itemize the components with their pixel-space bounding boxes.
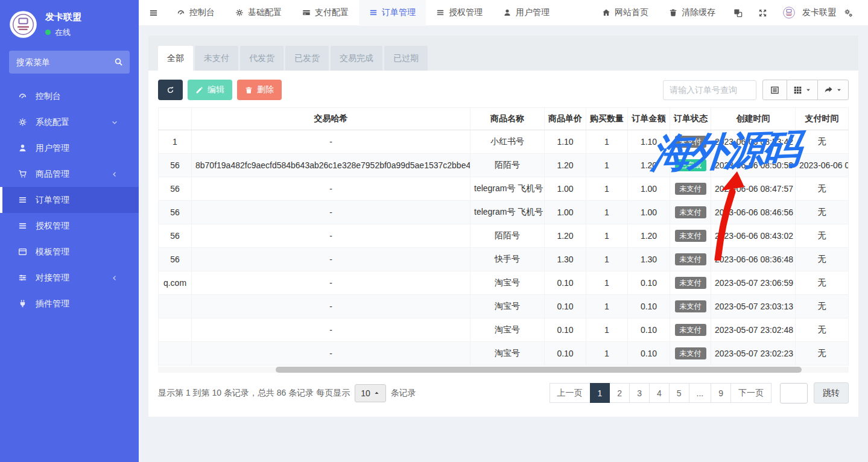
- table-row[interactable]: 56 - telegram号 飞机号 1.00 1 1.00 未支付 2023-…: [159, 177, 849, 201]
- page-number-button[interactable]: ...: [689, 383, 712, 403]
- page-number-button[interactable]: 2: [609, 383, 630, 403]
- table-row[interactable]: 56 - telegram号 飞机号 1.00 1 1.00 未支付 2023-…: [159, 201, 849, 224]
- table-row[interactable]: 56 - 陌陌号 1.20 1 1.20 未支付 2023-06-06 08:4…: [159, 224, 849, 248]
- order-no-cell: 56: [159, 224, 192, 248]
- created-time-cell: 2023-05-07 23:02:23: [711, 342, 796, 365]
- jump-page-input[interactable]: [780, 383, 808, 403]
- sidebar-item[interactable]: 授权管理: [0, 213, 139, 239]
- topnav-item[interactable]: 基础配置: [225, 0, 292, 26]
- topnav-item[interactable]: 授权管理: [426, 0, 493, 26]
- columns-icon: [793, 86, 802, 95]
- page-number-button[interactable]: 3: [629, 383, 650, 403]
- order-no-cell: 56: [159, 154, 192, 177]
- refresh-icon: [166, 86, 174, 94]
- clear-cache-button[interactable]: 清除缓存: [659, 0, 726, 26]
- table-row[interactable]: 56 - 快手号 1.30 1 1.30 未支付 2023-06-06 08:3…: [159, 248, 849, 271]
- topnav-item[interactable]: 订单管理: [359, 0, 426, 26]
- user-avatar[interactable]: [781, 5, 797, 21]
- status-tab[interactable]: 交易完成: [331, 46, 382, 71]
- status-cell: 未支付: [670, 130, 711, 154]
- unit-price-cell: 1.20: [545, 154, 586, 177]
- translate-icon[interactable]: [726, 0, 750, 26]
- topnav-item[interactable]: 支付配置: [292, 0, 359, 26]
- prev-page-button[interactable]: 上一页: [550, 383, 591, 403]
- search-icon[interactable]: [114, 57, 123, 66]
- page-number-group: 1 2 3 4 5 ...: [591, 383, 731, 403]
- table-header-cell[interactable]: [159, 108, 192, 130]
- status-badge: 未支付: [675, 183, 706, 195]
- amount-cell: 1.10: [628, 130, 670, 154]
- chevron-icon: [109, 274, 120, 282]
- per-page-select[interactable]: 10: [355, 384, 386, 402]
- paid-time-cell: 无: [796, 224, 849, 248]
- table-header-cell[interactable]: 创建时间: [711, 108, 796, 130]
- page-number-button[interactable]: 4: [649, 383, 670, 403]
- sidebar-search-input[interactable]: [9, 51, 130, 74]
- gears-settings-icon[interactable]: [836, 0, 861, 26]
- product-name-cell: 陌陌号: [470, 154, 545, 177]
- status-tab[interactable]: 代发货: [240, 46, 284, 71]
- sidebar-item[interactable]: 用户管理: [0, 135, 139, 161]
- status-tab[interactable]: 未支付: [195, 46, 238, 71]
- topnav-item[interactable]: 控制台: [166, 0, 225, 26]
- refresh-button[interactable]: [158, 80, 183, 100]
- topnav-item[interactable]: 用户管理: [493, 0, 560, 26]
- status-tab[interactable]: 已过期: [384, 46, 428, 71]
- page-number-button[interactable]: 9: [711, 383, 731, 403]
- site-home-link[interactable]: 网站首页: [592, 0, 659, 26]
- table-header-cell[interactable]: 商品单价: [545, 108, 586, 130]
- table-header-cell[interactable]: 商品名称: [470, 108, 545, 130]
- created-time-cell: 2023-06-06 08:46:56: [711, 201, 796, 224]
- sidebar-item[interactable]: 插件管理: [0, 291, 139, 317]
- status-tab-label: 已发货: [294, 53, 320, 63]
- sidebar: 发卡联盟 在线 控制台 系统配置 用户管: [0, 0, 139, 462]
- view-button-group: [762, 80, 849, 100]
- created-time-cell: 2023-05-07 23:06:59: [711, 271, 796, 295]
- table-header-cell[interactable]: 支付时间: [796, 108, 849, 130]
- status-tab[interactable]: 全部: [158, 46, 193, 71]
- hamburger-icon[interactable]: [139, 8, 166, 17]
- sidebar-item-label: 授权管理: [36, 221, 69, 232]
- status-tab[interactable]: 已发货: [285, 46, 329, 71]
- table-header-cell[interactable]: 订单金额: [628, 108, 670, 130]
- sidebar-item[interactable]: 订单管理: [0, 187, 139, 213]
- table-row[interactable]: - 淘宝号 0.10 1 0.10 未支付 2023-05-07 23:02:4…: [159, 318, 849, 342]
- table-row[interactable]: - 淘宝号 0.10 1 0.10 未支付 2023-05-07 23:03:1…: [159, 295, 849, 318]
- sidebar-item-icon: [17, 247, 28, 256]
- sidebar-item[interactable]: 模板管理: [0, 239, 139, 265]
- page-number-button[interactable]: 5: [669, 383, 689, 403]
- order-search-input[interactable]: [663, 80, 756, 100]
- table-header-cell[interactable]: 购买数量: [586, 108, 628, 130]
- table-row[interactable]: 1 - 小红书号 1.10 1 1.10 未支付 2023-06-06 08:5…: [159, 130, 849, 154]
- table-header-cell[interactable]: 交易哈希: [192, 108, 470, 130]
- paid-time-cell: 无: [796, 177, 849, 201]
- status-badge: 未支付: [675, 277, 706, 289]
- amount-cell: 1.00: [628, 177, 670, 201]
- status-tab-label: 未支付: [204, 53, 229, 63]
- tx-hash-cell: -: [192, 342, 470, 365]
- table-row[interactable]: - 淘宝号 0.10 1 0.10 未支付 2023-05-07 23:02:2…: [159, 342, 849, 365]
- jump-button[interactable]: 跳转: [814, 382, 849, 403]
- brand-title: 发卡联盟: [45, 11, 81, 23]
- unit-price-cell: 0.10: [545, 318, 586, 342]
- content-area: 全部 未支付 代发货 已发货 交易完成: [139, 26, 868, 462]
- username[interactable]: 发卡联盟: [802, 7, 836, 18]
- table-header-cell[interactable]: 订单状态: [670, 108, 711, 130]
- table-row[interactable]: 56 8b70f19a482fc9aecfd584b643ab26c1e328e…: [159, 154, 849, 177]
- page-number-button[interactable]: 1: [590, 383, 610, 403]
- delete-button[interactable]: 删除: [237, 80, 282, 100]
- status-badge: 已完成: [675, 159, 706, 171]
- sidebar-item[interactable]: 系统配置: [0, 109, 139, 135]
- edit-button[interactable]: 编辑: [188, 80, 232, 100]
- sidebar-item[interactable]: 商品管理: [0, 161, 139, 187]
- sidebar-item[interactable]: 控制台: [0, 83, 139, 109]
- fullscreen-icon[interactable]: [750, 0, 775, 26]
- horizontal-scrollbar-thumb[interactable]: [276, 367, 802, 373]
- columns-button[interactable]: [787, 80, 818, 100]
- next-page-button[interactable]: 下一页: [730, 383, 771, 403]
- status-cell: 未支付: [670, 248, 711, 271]
- detail-view-button[interactable]: [762, 80, 787, 100]
- export-button[interactable]: [817, 80, 849, 100]
- sidebar-item[interactable]: 对接管理: [0, 265, 139, 291]
- table-row[interactable]: q.com - 淘宝号 0.10 1 0.10 未支付 2023-05-07 2…: [159, 271, 849, 295]
